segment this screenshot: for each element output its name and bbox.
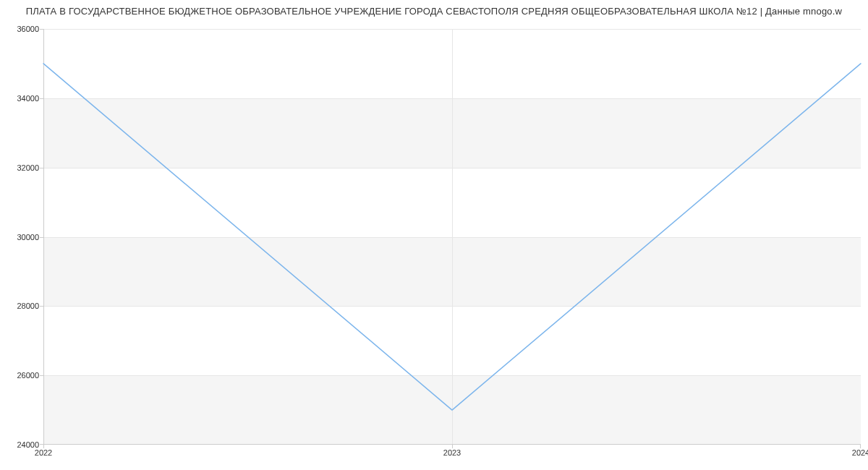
plot-area (43, 29, 861, 445)
y-tick-label: 30000 (17, 233, 39, 242)
y-tick-label: 36000 (17, 25, 39, 33)
chart-title: ПЛАТА В ГОСУДАРСТВЕННОЕ БЮДЖЕТНОЕ ОБРАЗО… (0, 6, 868, 17)
x-tick-label: 2024 (852, 448, 868, 457)
tick-mark (452, 445, 453, 448)
x-tick-label: 2022 (35, 448, 52, 457)
series-line (43, 64, 861, 410)
y-tick-label: 32000 (17, 163, 39, 172)
chart-container: ПЛАТА В ГОСУДАРСТВЕННОЕ БЮДЖЕТНОЕ ОБРАЗО… (0, 0, 868, 470)
y-tick-label: 26000 (17, 371, 39, 380)
series-layer (43, 29, 861, 445)
tick-mark (860, 445, 861, 448)
tick-mark (43, 445, 44, 448)
y-tick-label: 34000 (17, 94, 39, 103)
x-tick-label: 2023 (443, 448, 461, 457)
y-tick-label: 28000 (17, 302, 39, 310)
